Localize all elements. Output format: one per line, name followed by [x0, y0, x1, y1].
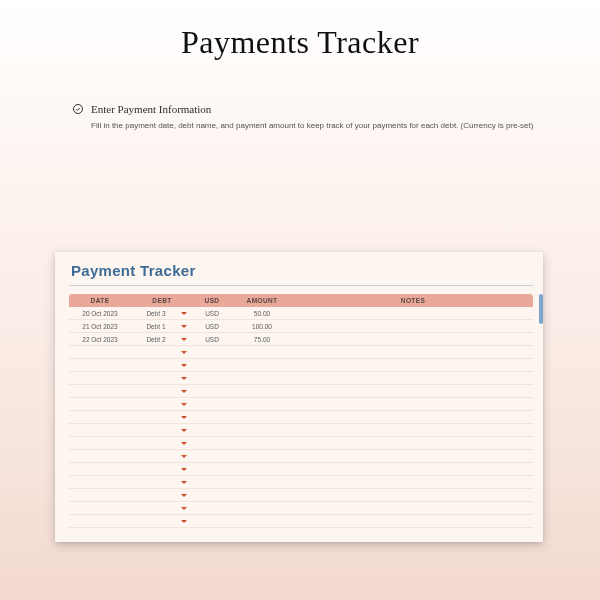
table-row[interactable] [69, 450, 533, 463]
cell-debt-dropdown[interactable]: Debt 3 [131, 310, 193, 317]
table-row[interactable] [69, 385, 533, 398]
check-circle-icon [72, 103, 84, 115]
debt-label: Debt 3 [131, 310, 181, 317]
table-row[interactable] [69, 372, 533, 385]
cell-debt-dropdown[interactable] [131, 416, 193, 419]
chevron-down-icon [181, 312, 187, 315]
table-header-row: DATE DEBT USD AMOUNT NOTES [69, 294, 533, 307]
table-row[interactable]: 21 Oct 2023Debt 1USD100.00 [69, 320, 533, 333]
instruction-body: Fill in the payment date, debt name, and… [91, 121, 600, 130]
sheet-title: Payment Tracker [71, 262, 533, 279]
chevron-down-icon [181, 442, 187, 445]
table-row[interactable] [69, 502, 533, 515]
payments-table: DATE DEBT USD AMOUNT NOTES 20 Oct 2023De… [69, 294, 533, 528]
cell-debt-dropdown[interactable] [131, 351, 193, 354]
chevron-down-icon [181, 468, 187, 471]
cell-amount[interactable]: 100.00 [231, 323, 293, 330]
chevron-down-icon [181, 338, 187, 341]
cell-date[interactable]: 21 Oct 2023 [69, 323, 131, 330]
table-row[interactable] [69, 359, 533, 372]
svg-point-0 [74, 105, 83, 114]
cell-debt-dropdown[interactable] [131, 403, 193, 406]
col-header-usd: USD [193, 297, 231, 304]
cell-currency: USD [193, 323, 231, 330]
chevron-down-icon [181, 429, 187, 432]
chevron-down-icon [181, 325, 187, 328]
instruction-block: Enter Payment Information Fill in the pa… [72, 103, 600, 130]
chevron-down-icon [181, 455, 187, 458]
cell-debt-dropdown[interactable] [131, 481, 193, 484]
scrollbar-thumb[interactable] [539, 294, 543, 324]
cell-debt-dropdown[interactable]: Debt 1 [131, 323, 193, 330]
chevron-down-icon [181, 494, 187, 497]
cell-date[interactable]: 20 Oct 2023 [69, 310, 131, 317]
debt-label: Debt 1 [131, 323, 181, 330]
cell-date[interactable]: 22 Oct 2023 [69, 336, 131, 343]
cell-debt-dropdown[interactable] [131, 390, 193, 393]
table-row[interactable] [69, 398, 533, 411]
chevron-down-icon [181, 520, 187, 523]
divider [69, 285, 533, 286]
cell-debt-dropdown[interactable] [131, 520, 193, 523]
table-row[interactable] [69, 515, 533, 528]
table-row[interactable] [69, 489, 533, 502]
cell-amount[interactable]: 50.00 [231, 310, 293, 317]
chevron-down-icon [181, 390, 187, 393]
spreadsheet-screenshot: Payment Tracker DATE DEBT USD AMOUNT NOT… [55, 252, 543, 542]
table-row[interactable] [69, 424, 533, 437]
chevron-down-icon [181, 351, 187, 354]
table-body: 20 Oct 2023Debt 3USD50.0021 Oct 2023Debt… [69, 307, 533, 528]
col-header-debt: DEBT [131, 297, 193, 304]
col-header-amount: AMOUNT [231, 297, 293, 304]
chevron-down-icon [181, 403, 187, 406]
chevron-down-icon [181, 364, 187, 367]
table-row[interactable] [69, 476, 533, 489]
table-row[interactable]: 22 Oct 2023Debt 2USD75.00 [69, 333, 533, 346]
instruction-heading-row: Enter Payment Information [72, 103, 600, 115]
cell-debt-dropdown[interactable] [131, 442, 193, 445]
cell-debt-dropdown[interactable] [131, 507, 193, 510]
cell-debt-dropdown[interactable] [131, 429, 193, 432]
cell-debt-dropdown[interactable] [131, 377, 193, 380]
table-row[interactable] [69, 346, 533, 359]
table-row[interactable]: 20 Oct 2023Debt 3USD50.00 [69, 307, 533, 320]
col-header-date: DATE [69, 297, 131, 304]
cell-debt-dropdown[interactable] [131, 455, 193, 458]
cell-currency: USD [193, 336, 231, 343]
cell-debt-dropdown[interactable]: Debt 2 [131, 336, 193, 343]
cell-currency: USD [193, 310, 231, 317]
table-row[interactable] [69, 437, 533, 450]
chevron-down-icon [181, 377, 187, 380]
cell-amount[interactable]: 75.00 [231, 336, 293, 343]
chevron-down-icon [181, 416, 187, 419]
cell-debt-dropdown[interactable] [131, 468, 193, 471]
table-row[interactable] [69, 411, 533, 424]
page-title: Payments Tracker [0, 24, 600, 61]
debt-label: Debt 2 [131, 336, 181, 343]
chevron-down-icon [181, 481, 187, 484]
cell-debt-dropdown[interactable] [131, 494, 193, 497]
col-header-notes: NOTES [293, 297, 533, 304]
cell-debt-dropdown[interactable] [131, 364, 193, 367]
instruction-heading: Enter Payment Information [91, 103, 211, 115]
chevron-down-icon [181, 507, 187, 510]
table-row[interactable] [69, 463, 533, 476]
